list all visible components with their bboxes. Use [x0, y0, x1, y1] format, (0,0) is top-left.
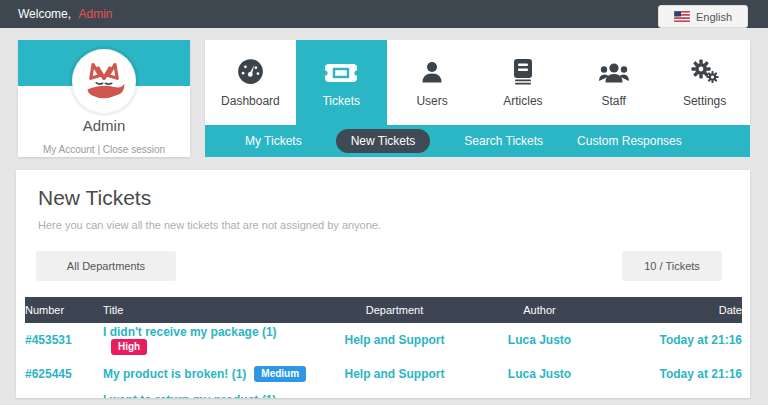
gears-icon	[691, 58, 719, 85]
ticket-title-cell: My product is broken! (1)Medium	[103, 357, 317, 391]
nav-label: Tickets	[322, 94, 360, 108]
us-flag-icon	[674, 11, 690, 22]
nav-label: Users	[416, 94, 447, 108]
nav-item-settings[interactable]: Settings	[659, 40, 750, 125]
header-number: Number	[25, 297, 103, 323]
profile-name: Admin	[18, 117, 190, 134]
priority-badge: Medium	[254, 366, 306, 382]
table-row: #625445 My product is broken! (1)Medium …	[25, 357, 742, 391]
nav-item-staff[interactable]: Staff	[568, 40, 659, 125]
main-nav: Dashboard Tickets Users	[205, 40, 750, 125]
subnav-my-tickets[interactable]: My Tickets	[245, 134, 302, 148]
ticket-title-cell: I want to return my product (1)Low	[103, 391, 317, 398]
language-selector[interactable]: English	[658, 5, 748, 28]
nav-label: Staff	[601, 94, 625, 108]
header: Admin My Account | Close session	[18, 40, 750, 157]
ticket-title-cell: I didn't receive my package (1)High	[103, 323, 317, 357]
header-author: Author	[472, 297, 607, 323]
links-separator: |	[97, 144, 100, 155]
tickets-table: Number Title Department Author Date #453…	[25, 297, 742, 398]
ticket-date: Today at 21:16	[607, 391, 742, 398]
ticket-title-link[interactable]: I didn't receive my package (1)	[103, 325, 277, 339]
ticket-author: Luca Justo	[472, 357, 607, 391]
table-row: #261402 I want to return my product (1)L…	[25, 391, 742, 398]
nav-label: Articles	[503, 94, 542, 108]
new-tickets-panel: New Tickets Here you can view all the ne…	[16, 170, 750, 398]
ticket-department: Help and Support	[317, 391, 472, 398]
nav-label: Dashboard	[221, 94, 280, 108]
nav-label: Settings	[683, 94, 726, 108]
fox-logo-icon	[81, 60, 127, 102]
tickets-table-header: Number Title Department Author Date	[25, 297, 742, 323]
ticket-date: Today at 21:16	[607, 323, 742, 357]
nav-item-dashboard[interactable]: Dashboard	[205, 40, 296, 125]
topbar: Welcome, Admin	[0, 0, 768, 28]
ticket-date: Today at 21:16	[607, 357, 742, 391]
ticket-author: Luca Justo	[472, 323, 607, 357]
nav-item-users[interactable]: Users	[387, 40, 478, 125]
welcome-text: Welcome,	[18, 7, 71, 21]
ticket-department: Help and Support	[317, 323, 472, 357]
nav-item-tickets[interactable]: Tickets	[296, 40, 387, 125]
ticket-department: Help and Support	[317, 357, 472, 391]
page-title: New Tickets	[38, 186, 750, 210]
gauge-icon	[237, 58, 264, 85]
page-subtitle: Here you can view all the new tickets th…	[38, 219, 750, 231]
header-department: Department	[317, 297, 472, 323]
language-label: English	[696, 11, 732, 23]
header-title: Title	[103, 297, 317, 323]
profile-links: My Account | Close session	[18, 144, 190, 155]
tickets-subnav: My Tickets New Tickets Search Tickets Cu…	[205, 125, 750, 157]
nav-item-articles[interactable]: Articles	[477, 40, 568, 125]
user-icon	[420, 58, 444, 85]
ticket-icon	[324, 58, 358, 85]
ticket-title-link[interactable]: I want to return my product (1)	[103, 393, 276, 398]
staff-icon	[599, 58, 629, 85]
close-session-link[interactable]: Close session	[103, 144, 165, 155]
table-row: #453531 I didn't receive my package (1)H…	[25, 323, 742, 357]
username-link[interactable]: Admin	[78, 7, 112, 21]
my-account-link[interactable]: My Account	[43, 144, 95, 155]
ticket-number-link[interactable]: #261402	[25, 391, 103, 398]
ticket-title-link[interactable]: My product is broken! (1)	[103, 367, 246, 381]
avatar	[72, 49, 136, 113]
ticket-author: Luca Justo	[472, 391, 607, 398]
tickets-count-button[interactable]: 10 / Tickets	[622, 251, 722, 281]
toolbar: All Departments 10 / Tickets	[36, 251, 722, 281]
ticket-number-link[interactable]: #625445	[25, 357, 103, 391]
ticket-number-link[interactable]: #453531	[25, 323, 103, 357]
header-date: Date	[607, 297, 742, 323]
subnav-search-tickets[interactable]: Search Tickets	[464, 134, 543, 148]
priority-badge: High	[111, 339, 147, 355]
book-icon	[512, 58, 534, 85]
all-departments-button[interactable]: All Departments	[36, 251, 176, 281]
subnav-new-tickets[interactable]: New Tickets	[336, 129, 431, 153]
profile-card: Admin My Account | Close session	[18, 40, 190, 157]
subnav-custom-responses[interactable]: Custom Responses	[577, 134, 682, 148]
